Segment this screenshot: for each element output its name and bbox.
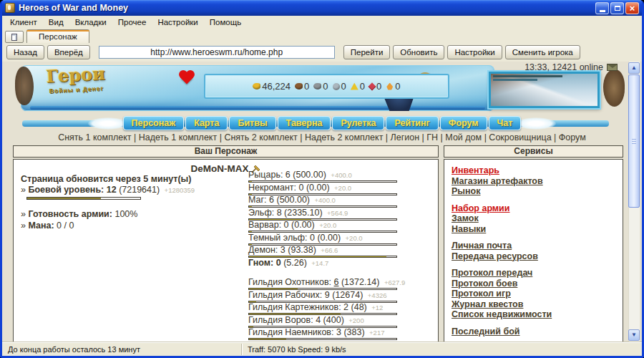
skill-row: Темный эльф: 0 (0.00) +20.0 — [248, 233, 397, 246]
nav-item[interactable]: Таверна — [278, 116, 331, 130]
refresh-note: Страница обновится через 5 минут(ы) — [21, 174, 246, 184]
mana-label: Мана: — [28, 221, 54, 231]
skill-level: 0 — [284, 220, 289, 230]
settings-button[interactable]: Настройки — [447, 45, 502, 59]
service-link[interactable]: Передача ресурсов — [452, 251, 618, 262]
skill-gain: +627.9 — [384, 279, 405, 286]
submenu-link[interactable]: ГН — [419, 132, 438, 142]
forward-button[interactable]: Вперёд — [47, 45, 90, 59]
resource-item: 0 — [313, 81, 328, 92]
submenu-link[interactable]: Мой дом — [438, 132, 482, 142]
service-link[interactable]: Последний бой — [452, 326, 618, 337]
menu-item[interactable]: Прочее — [113, 17, 152, 27]
battle-level-value: 12 — [107, 185, 117, 195]
skill-name: Гильдия Наемников: — [248, 327, 333, 337]
skill-exp: (500.00) — [276, 195, 310, 205]
restore-button[interactable] — [610, 2, 624, 14]
skill-level[interactable]: 6 — [334, 277, 339, 287]
service-link[interactable]: Навыки — [452, 224, 618, 235]
resource-item: 0 — [295, 81, 309, 92]
skill-exp: (48) — [351, 302, 367, 312]
character-panel: DeMoN-MAX Страница обновится через 5 мин… — [13, 159, 439, 342]
submenu-link[interactable]: Форум — [552, 132, 586, 142]
service-link[interactable]: Магазин артефактов — [452, 176, 618, 187]
service-link[interactable]: Инвентарь — [452, 165, 618, 176]
skill-exp: (400) — [323, 315, 344, 325]
service-link[interactable]: Протокол боев — [452, 279, 618, 289]
nav-item[interactable]: Рейтинг — [386, 116, 438, 130]
resource-item: 0 — [333, 81, 346, 92]
submenu-link[interactable]: Легион — [383, 132, 419, 142]
army-label: Готовность армии: — [28, 209, 112, 219]
skill-row: Гильдия Наемников: 3 (383) +217 — [248, 328, 397, 341]
traffic-status: Traff: 5070 kb Speed: 9 kb/s — [242, 344, 642, 355]
close-button[interactable]: × — [625, 2, 639, 14]
nav-item[interactable]: Персонаж — [123, 116, 185, 130]
skill-row: Гильдия Картежников: 2 (48) +12 — [248, 303, 397, 316]
battle-exp: (7219641) — [119, 185, 160, 195]
go-button[interactable]: Перейти — [343, 45, 391, 59]
nav-item[interactable]: Рулетка — [332, 116, 384, 130]
scrollbar-thumb[interactable] — [628, 74, 640, 208]
skill-level: 6 — [269, 195, 274, 205]
army-value: 100% — [114, 209, 137, 219]
app-window: Heroes of War and Money × КлиентВидВклад… — [0, 0, 644, 358]
skills-list: Рыцарь: 6 (500.00) +400.0 Некромант: 0 — [248, 170, 397, 342]
skill-gain: +66.6 — [321, 246, 338, 254]
titlebar: Heroes of War and Money × — [2, 0, 642, 16]
menu-item[interactable]: Вид — [44, 17, 69, 27]
battle-level-progressbar — [26, 197, 141, 200]
refresh-button[interactable]: Обновить — [393, 45, 444, 59]
service-link[interactable]: Замок — [452, 213, 618, 224]
equipment-submenu: Снять 1 комплектНадеть 1 комплектСнять 2… — [2, 132, 642, 143]
skill-row: Гильдия Тактиков: 0 (0.00) — [248, 341, 397, 342]
nav-item[interactable]: Чат — [489, 116, 522, 130]
browser-toolbar: Назад Вперёд Перейти Обновить Настройки … — [2, 43, 642, 62]
gems-icon — [368, 82, 376, 90]
service-link[interactable]: Список недвижимости — [452, 309, 618, 320]
service-link[interactable]: Журнал квестов — [452, 299, 618, 310]
new-tab-button[interactable] — [5, 31, 24, 43]
session-time-status: До конца работы осталось 13 минут — [2, 344, 242, 355]
submenu-link[interactable]: Надеть 2 комплект — [298, 132, 384, 142]
nav-item[interactable]: Карта — [185, 116, 228, 130]
scroll-up-button[interactable]: ▲ — [628, 62, 640, 74]
character-header: Ваш Персонаж — [13, 145, 439, 158]
resource-item: 0 — [369, 81, 381, 92]
skill-gain: +564.9 — [327, 209, 348, 217]
service-link[interactable]: Протокол игр — [452, 289, 618, 299]
back-button[interactable]: Назад — [6, 45, 44, 59]
submenu-link[interactable]: Сокровищница — [482, 132, 551, 142]
banner-strip — [493, 79, 538, 81]
mail-icon[interactable] — [607, 64, 618, 71]
skill-exp: (12674) — [332, 290, 363, 300]
submenu-link[interactable]: Надеть 1 комплект — [132, 132, 218, 142]
banner-strip — [493, 75, 562, 77]
menu-item[interactable]: Настройки — [152, 17, 203, 27]
menu-item[interactable]: Вкладки — [70, 17, 112, 27]
logo-subtitle: Войны и Денег — [47, 81, 106, 99]
minimize-button[interactable] — [595, 2, 609, 14]
submenu-link[interactable]: Снять 2 комплект — [217, 132, 298, 142]
url-input[interactable] — [99, 46, 335, 59]
nav-item[interactable]: Форум — [440, 116, 487, 130]
scroll-down-button[interactable]: ▼ — [628, 329, 640, 341]
wing-left-icon — [88, 117, 128, 130]
service-link[interactable]: Рынок — [452, 186, 618, 197]
service-link[interactable]: Набор армии — [452, 203, 618, 214]
submenu-link[interactable]: Снять 1 комплект — [58, 132, 131, 142]
menu-item[interactable]: Помощь — [205, 17, 246, 27]
tab-persona[interactable]: Персонаж — [26, 29, 89, 43]
wing-right-icon — [516, 117, 556, 130]
skill-row: Варвар: 0 (0.00) +20.0 — [248, 221, 397, 233]
skill-name: Гном: — [248, 258, 273, 268]
skill-exp: (0.00) — [306, 183, 330, 193]
nav-item[interactable]: Битвы — [229, 116, 275, 130]
service-link[interactable]: Личная почта — [452, 241, 618, 251]
skill-level: 0 — [276, 258, 281, 268]
service-link[interactable]: Протокол передач — [452, 268, 618, 279]
switch-player-button[interactable]: Сменить игрока — [505, 45, 580, 59]
menu-item[interactable]: Клиент — [5, 17, 42, 27]
resource-item: 0 — [351, 81, 365, 92]
restore-icon — [615, 6, 620, 11]
